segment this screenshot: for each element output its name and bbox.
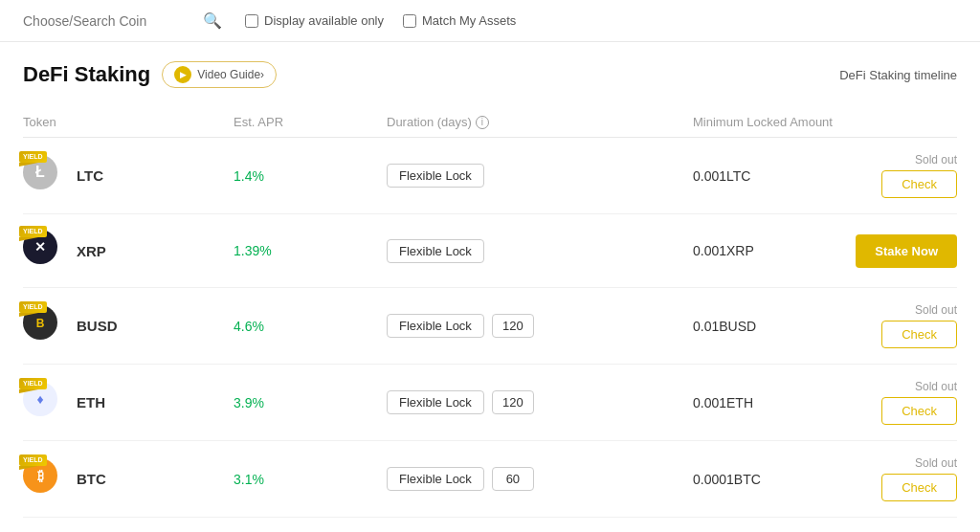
sold-out-label-busd: Sold out xyxy=(915,303,957,317)
check-button-btc[interactable]: Check xyxy=(881,474,957,501)
flexible-lock-tag-eth: Flexible Lock xyxy=(387,390,484,414)
apr-cell-busd: 4.6% xyxy=(234,319,387,334)
header-filters: Display available only Match My Assets xyxy=(245,13,516,28)
duration-number-btc: 60 xyxy=(492,467,534,491)
token-cell-btc: YIELD ₿ BTC xyxy=(23,458,234,500)
staking-row-xrp: YIELD ✕ XRP 1.39% Flexible Lock 0.001XRP… xyxy=(23,214,957,288)
svg-text:✕: ✕ xyxy=(34,239,46,255)
token-name-xrp: XRP xyxy=(77,243,106,259)
action-cell-xrp: Stake Now xyxy=(856,234,957,268)
yield-badge-ltc: YIELD xyxy=(19,151,47,163)
timeline-link[interactable]: DeFi Staking timeline xyxy=(839,68,957,82)
apr-cell-eth: 3.9% xyxy=(234,395,387,410)
search-input[interactable] xyxy=(23,13,195,29)
staking-row-ltc: YIELD Ł LTC 1.4% Flexible Lock 0.001LTC … xyxy=(23,138,957,214)
token-badge-wrap-btc: YIELD ₿ xyxy=(23,458,65,500)
token-name-busd: BUSD xyxy=(77,318,118,334)
stake-now-button-xrp[interactable]: Stake Now xyxy=(856,234,957,268)
svg-text:♦: ♦ xyxy=(36,391,43,407)
yield-badge-xrp: YIELD xyxy=(19,226,47,237)
video-guide-button[interactable]: ▶ Video Guide› xyxy=(162,61,277,88)
token-name-btc: BTC xyxy=(77,471,106,487)
action-cell-btc: Sold outCheck xyxy=(881,456,957,501)
token-name-eth: ETH xyxy=(77,394,105,410)
duration-cell-busd: Flexible Lock120 xyxy=(387,314,693,338)
duration-number-eth: 120 xyxy=(492,390,534,414)
table-header: Token Est. APR Duration (days) i Minimum… xyxy=(23,107,957,138)
search-container: 🔍 xyxy=(23,11,222,30)
col-duration: Duration (days) i xyxy=(387,115,693,129)
play-icon: ▶ xyxy=(174,66,191,83)
video-guide-label: Video Guide› xyxy=(197,68,264,81)
check-button-busd[interactable]: Check xyxy=(881,321,957,348)
sold-out-label-eth: Sold out xyxy=(915,380,957,393)
token-cell-eth: YIELD ♦ ETH xyxy=(23,382,234,424)
col-token: Token xyxy=(23,115,234,129)
search-icon[interactable]: 🔍 xyxy=(203,11,222,30)
svg-text:B: B xyxy=(36,317,45,330)
duration-info-icon[interactable]: i xyxy=(476,116,489,129)
apr-cell-ltc: 1.4% xyxy=(234,168,387,184)
check-button-eth[interactable]: Check xyxy=(881,397,957,425)
flexible-lock-tag-ltc: Flexible Lock xyxy=(387,164,484,188)
token-badge-wrap-eth: YIELD ♦ xyxy=(23,382,65,424)
action-cell-ltc: Sold outCheck xyxy=(881,153,957,198)
header: 🔍 Display available only Match My Assets xyxy=(0,0,980,42)
token-cell-xrp: YIELD ✕ XRP xyxy=(23,230,234,272)
yield-badge-eth: YIELD xyxy=(19,378,47,389)
token-cell-busd: YIELD B BUSD xyxy=(23,305,234,347)
apr-cell-xrp: 1.39% xyxy=(234,243,387,258)
filter-available-only[interactable]: Display available only xyxy=(245,13,384,28)
sold-out-label-ltc: Sold out xyxy=(915,153,957,166)
token-badge-wrap-xrp: YIELD ✕ xyxy=(23,230,65,272)
token-cell-ltc: YIELD Ł LTC xyxy=(23,155,234,197)
apr-cell-btc: 3.1% xyxy=(234,472,387,487)
min-amount-cell-xrp: 0.001XRP xyxy=(693,243,856,258)
title-left: DeFi Staking ▶ Video Guide› xyxy=(23,61,277,88)
flexible-lock-tag-btc: Flexible Lock xyxy=(387,467,484,491)
col-apr: Est. APR xyxy=(234,115,387,129)
min-amount-cell-eth: 0.001ETH xyxy=(693,395,881,410)
token-name-ltc: LTC xyxy=(77,167,103,184)
flexible-lock-tag-busd: Flexible Lock xyxy=(387,314,484,338)
yield-badge-btc: YIELD xyxy=(19,454,47,466)
staking-row-btc: YIELD ₿ BTC 3.1% Flexible Lock60 0.0001B… xyxy=(23,441,957,518)
min-amount-cell-btc: 0.0001BTC xyxy=(693,472,881,487)
match-assets-checkbox[interactable] xyxy=(403,14,416,28)
min-amount-cell-ltc: 0.001LTC xyxy=(693,168,881,184)
main-content: DeFi Staking ▶ Video Guide› DeFi Staking… xyxy=(0,42,980,532)
duration-cell-ltc: Flexible Lock xyxy=(387,164,693,188)
flexible-lock-tag-xrp: Flexible Lock xyxy=(387,239,484,263)
yield-badge-busd: YIELD xyxy=(19,301,47,313)
svg-text:₿: ₿ xyxy=(37,468,44,483)
match-assets-label: Match My Assets xyxy=(422,13,516,28)
staking-row-eth: YIELD ♦ ETH 3.9% Flexible Lock120 0.001E… xyxy=(23,365,957,441)
title-row: DeFi Staking ▶ Video Guide› DeFi Staking… xyxy=(23,61,957,88)
filter-match-assets[interactable]: Match My Assets xyxy=(403,13,516,28)
duration-cell-btc: Flexible Lock60 xyxy=(387,467,693,491)
duration-cell-eth: Flexible Lock120 xyxy=(387,390,693,414)
check-button-ltc[interactable]: Check xyxy=(881,170,957,198)
table-rows: YIELD Ł LTC 1.4% Flexible Lock 0.001LTC … xyxy=(23,138,957,518)
page-title: DeFi Staking xyxy=(23,62,150,87)
duration-number-busd: 120 xyxy=(492,314,534,338)
available-only-checkbox[interactable] xyxy=(245,14,258,28)
token-badge-wrap-ltc: YIELD Ł xyxy=(23,155,65,197)
token-badge-wrap-busd: YIELD B xyxy=(23,305,65,347)
action-cell-busd: Sold outCheck xyxy=(881,303,957,348)
min-amount-cell-busd: 0.01BUSD xyxy=(693,319,881,334)
available-only-label: Display available only xyxy=(264,13,384,28)
action-cell-eth: Sold outCheck xyxy=(881,380,957,425)
col-min-amount: Minimum Locked Amount xyxy=(693,115,957,129)
duration-cell-xrp: Flexible Lock xyxy=(387,239,693,263)
expand-row: Expand all 14 Locked Staking products ∨ xyxy=(23,518,957,532)
staking-row-busd: YIELD B BUSD 4.6% Flexible Lock120 0.01B… xyxy=(23,288,957,365)
sold-out-label-btc: Sold out xyxy=(915,456,957,470)
